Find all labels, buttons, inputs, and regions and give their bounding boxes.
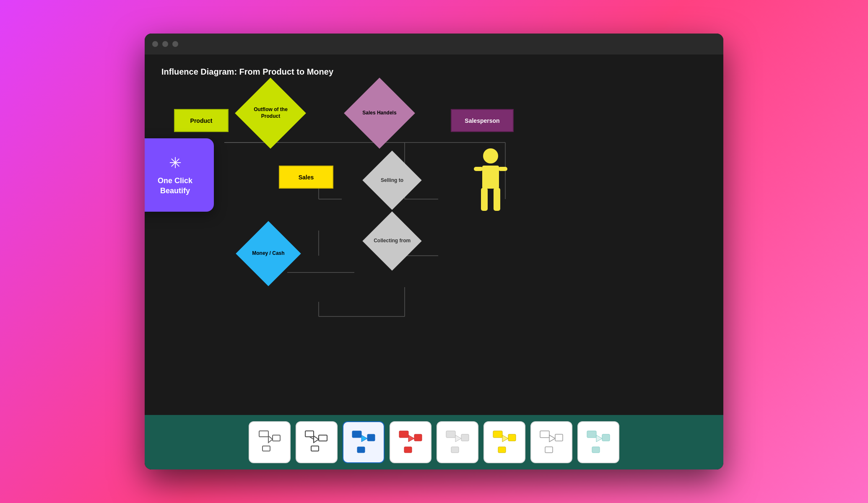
svg-rect-26	[319, 435, 327, 441]
svg-rect-37	[446, 431, 455, 438]
titlebar	[145, 34, 723, 54]
toolbar-btn-6[interactable]	[483, 421, 525, 463]
ocb-badge[interactable]: ✳ One ClickBeautify	[145, 138, 214, 212]
toolbar	[145, 415, 723, 469]
node-sales[interactable]: Sales	[279, 166, 333, 189]
ocb-icon: ✳	[169, 154, 182, 172]
window-dot-2[interactable]	[162, 41, 168, 47]
node-salesperson[interactable]: Salesperson	[451, 109, 514, 132]
svg-marker-46	[549, 435, 555, 442]
person-figure	[472, 147, 509, 214]
diagram-lines	[161, 75, 707, 407]
svg-marker-30	[361, 435, 367, 442]
svg-rect-41	[493, 431, 502, 438]
ocb-label: One ClickBeautify	[158, 176, 192, 196]
svg-marker-34	[408, 435, 414, 442]
svg-rect-49	[587, 431, 596, 438]
svg-rect-16	[474, 167, 483, 171]
toolbar-btn-5[interactable]	[437, 421, 478, 463]
svg-rect-43	[508, 434, 516, 441]
svg-rect-39	[461, 434, 469, 441]
svg-rect-17	[498, 167, 507, 171]
node-collecting-from[interactable]: Collecting from	[362, 211, 421, 270]
toolbar-btn-4[interactable]	[390, 421, 431, 463]
svg-rect-19	[494, 188, 500, 211]
svg-rect-24	[305, 431, 314, 437]
main-content: ✳ One ClickBeautify Influence Diagram: F…	[145, 54, 723, 469]
diagram-title: Influence Diagram: From Product to Money	[161, 67, 707, 77]
svg-rect-29	[352, 431, 361, 438]
svg-marker-38	[455, 435, 461, 442]
toolbar-btn-3[interactable]	[343, 421, 385, 463]
svg-rect-48	[545, 447, 553, 453]
svg-rect-51	[602, 434, 610, 441]
svg-rect-22	[273, 435, 280, 441]
window-dot-1[interactable]	[152, 41, 158, 47]
svg-rect-33	[399, 431, 408, 438]
svg-rect-35	[414, 434, 422, 441]
svg-rect-18	[481, 188, 488, 211]
toolbar-btn-7[interactable]	[530, 421, 572, 463]
svg-rect-45	[540, 431, 549, 438]
svg-rect-47	[555, 434, 563, 441]
svg-marker-42	[502, 435, 508, 442]
toolbar-btn-2[interactable]	[296, 421, 338, 463]
svg-marker-50	[596, 435, 602, 442]
svg-rect-31	[367, 434, 375, 441]
window-dot-3[interactable]	[172, 41, 178, 47]
svg-marker-21	[268, 436, 273, 443]
node-selling-to[interactable]: Selling to	[362, 150, 421, 210]
node-money-cash[interactable]: Money / Cash	[236, 221, 301, 286]
svg-rect-44	[498, 447, 506, 453]
toolbar-btn-1[interactable]	[249, 421, 291, 463]
svg-marker-25	[314, 436, 319, 443]
svg-rect-36	[404, 447, 412, 453]
svg-rect-20	[259, 431, 268, 437]
svg-rect-23	[262, 446, 270, 451]
svg-rect-32	[357, 447, 365, 453]
node-product[interactable]: Product	[174, 109, 229, 132]
svg-rect-27	[311, 446, 319, 451]
node-outflow[interactable]: Outflow of theProduct	[235, 78, 306, 149]
toolbar-btn-8[interactable]	[577, 421, 619, 463]
svg-rect-15	[482, 166, 499, 189]
svg-rect-40	[451, 447, 459, 453]
diagram-area: Influence Diagram: From Product to Money	[145, 54, 723, 469]
svg-rect-52	[592, 447, 600, 453]
app-window: ✳ One ClickBeautify Influence Diagram: F…	[145, 34, 723, 469]
svg-point-14	[483, 148, 498, 163]
node-sales-handels[interactable]: Sales Handels	[344, 78, 415, 149]
